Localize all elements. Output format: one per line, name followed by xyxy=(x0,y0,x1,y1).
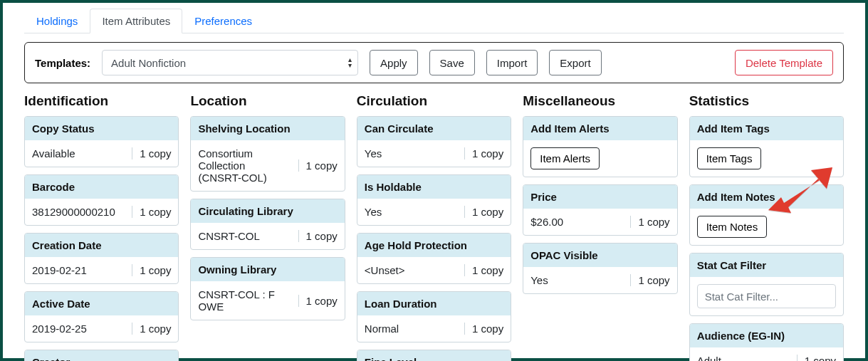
card-age-hold-protection[interactable]: Age Hold Protection <Unset> 1 copy xyxy=(357,233,511,284)
card-count: 1 copy xyxy=(132,323,171,335)
card-label: Active Date xyxy=(25,292,178,315)
item-notes-button[interactable]: Item Notes xyxy=(697,216,768,238)
template-bar: Templates: Adult Nonfiction ▴▾ Apply Sav… xyxy=(24,42,844,83)
card-label: Creation Date xyxy=(25,234,178,257)
col-circulation: Circulation Can Circulate Yes 1 copy Is … xyxy=(357,93,511,361)
card-can-circulate[interactable]: Can Circulate Yes 1 copy xyxy=(357,116,511,167)
card-value: 38129000000210 xyxy=(32,206,125,218)
card-value: Yes xyxy=(530,274,623,286)
card-label: Stat Cat Filter xyxy=(690,253,843,277)
card-loan-duration[interactable]: Loan Duration Normal 1 copy xyxy=(357,291,511,342)
card-active-date[interactable]: Active Date 2019-02-25 1 copy xyxy=(24,291,179,342)
card-count: 1 copy xyxy=(464,147,503,159)
card-count: 1 copy xyxy=(464,264,503,276)
card-value: Yes xyxy=(365,206,457,218)
card-circulating-library[interactable]: Circulating Library CNSRT-COL 1 copy xyxy=(190,199,345,250)
card-value: Adult xyxy=(697,355,790,361)
card-value: 2019-02-25 xyxy=(32,323,125,335)
card-value: Yes xyxy=(365,147,457,159)
card-count: 1 copy xyxy=(298,159,338,172)
export-button[interactable]: Export xyxy=(549,50,601,75)
attribute-columns: Identification Copy Status Available 1 c… xyxy=(24,93,844,361)
col-statistics: Statistics Add Item Tags Item Tags Add I… xyxy=(689,93,844,361)
card-label: Add Item Tags xyxy=(690,117,843,140)
chevron-up-down-icon: ▴▾ xyxy=(348,57,352,68)
card-label: Is Holdable xyxy=(357,175,511,199)
card-audience[interactable]: Audience (EG-IN) Adult 1 copy xyxy=(689,323,844,361)
card-count: 1 copy xyxy=(630,216,669,228)
card-creator[interactable]: Creator xyxy=(24,350,179,361)
templates-label: Templates: xyxy=(35,57,90,69)
apply-button[interactable]: Apply xyxy=(370,50,418,75)
card-value: CNSRT-COL xyxy=(198,230,291,242)
card-value: <Unset> xyxy=(365,264,457,276)
card-value: $26.00 xyxy=(530,216,623,228)
col-title: Location xyxy=(190,93,345,109)
card-count: 1 copy xyxy=(132,264,171,276)
card-count: 1 copy xyxy=(298,230,338,242)
col-miscellaneous: Miscellaneous Add Item Alerts Item Alert… xyxy=(523,93,677,361)
tab-preferences[interactable]: Preferences xyxy=(182,9,264,33)
item-tags-button[interactable]: Item Tags xyxy=(697,147,762,169)
card-add-item-tags: Add Item Tags Item Tags xyxy=(689,116,844,177)
col-title: Miscellaneous xyxy=(523,93,677,109)
card-label: Price xyxy=(523,185,676,209)
card-label: Loan Duration xyxy=(357,292,511,315)
save-button[interactable]: Save xyxy=(429,50,475,75)
card-value: Consortium Collection (CNSRT-COL) xyxy=(198,147,291,184)
card-shelving-location[interactable]: Shelving Location Consortium Collection … xyxy=(190,116,345,192)
templates-select[interactable]: Adult Nonfiction ▴▾ xyxy=(102,50,358,75)
card-count: 1 copy xyxy=(132,206,171,218)
card-count: 1 copy xyxy=(464,206,503,218)
col-title: Identification xyxy=(24,93,179,109)
col-location: Location Shelving Location Consortium Co… xyxy=(190,93,345,361)
card-count: 1 copy xyxy=(132,147,171,159)
card-count: 1 copy xyxy=(298,295,338,307)
card-creation-date[interactable]: Creation Date 2019-02-21 1 copy xyxy=(24,233,179,284)
card-value: CNSRT-COL : F OWE xyxy=(198,288,291,313)
card-value: 2019-02-21 xyxy=(32,264,125,276)
tab-bar: Holdings Item Attributes Preferences xyxy=(24,9,844,33)
card-label: Circulating Library xyxy=(191,199,344,223)
delete-template-button[interactable]: Delete Template xyxy=(735,50,833,75)
card-label: Fine Level xyxy=(357,350,511,361)
card-value: Available xyxy=(32,147,125,159)
card-copy-status[interactable]: Copy Status Available 1 copy xyxy=(24,116,179,167)
card-add-item-alerts: Add Item Alerts Item Alerts xyxy=(523,116,677,177)
templates-selected-value: Adult Nonfiction xyxy=(111,57,186,69)
card-label: Audience (EG-IN) xyxy=(690,324,843,347)
card-label: OPAC Visible xyxy=(523,244,676,267)
stat-cat-filter-input[interactable] xyxy=(697,284,836,308)
card-opac-visible[interactable]: OPAC Visible Yes 1 copy xyxy=(523,243,677,294)
col-title: Statistics xyxy=(689,93,844,109)
card-value: Normal xyxy=(365,323,457,335)
card-count: 1 copy xyxy=(464,323,503,335)
item-alerts-button[interactable]: Item Alerts xyxy=(530,147,600,169)
card-barcode[interactable]: Barcode 38129000000210 1 copy xyxy=(24,174,179,226)
card-label: Add Item Alerts xyxy=(523,117,676,140)
tab-item-attributes[interactable]: Item Attributes xyxy=(90,9,182,33)
card-count: 1 copy xyxy=(630,274,669,286)
col-title: Circulation xyxy=(357,93,511,109)
card-fine-level[interactable]: Fine Level xyxy=(357,350,511,361)
card-count: 1 copy xyxy=(797,355,836,361)
tab-holdings[interactable]: Holdings xyxy=(24,9,90,33)
card-price[interactable]: Price $26.00 1 copy xyxy=(523,184,677,236)
card-label: Age Hold Protection xyxy=(357,234,511,257)
card-add-item-notes: Add Item Notes Item Notes xyxy=(689,184,844,246)
card-label: Creator xyxy=(25,350,178,361)
card-label: Copy Status xyxy=(25,117,178,140)
card-label: Add Item Notes xyxy=(690,185,843,209)
card-is-holdable[interactable]: Is Holdable Yes 1 copy xyxy=(357,174,511,226)
card-owning-library[interactable]: Owning Library CNSRT-COL : F OWE 1 copy xyxy=(190,257,345,320)
card-label: Barcode xyxy=(25,175,178,199)
col-identification: Identification Copy Status Available 1 c… xyxy=(24,93,179,361)
card-stat-cat-filter: Stat Cat Filter xyxy=(689,253,844,316)
card-label: Can Circulate xyxy=(357,117,511,140)
import-button[interactable]: Import xyxy=(486,50,538,75)
card-label: Shelving Location xyxy=(191,117,344,140)
card-label: Owning Library xyxy=(191,258,344,281)
